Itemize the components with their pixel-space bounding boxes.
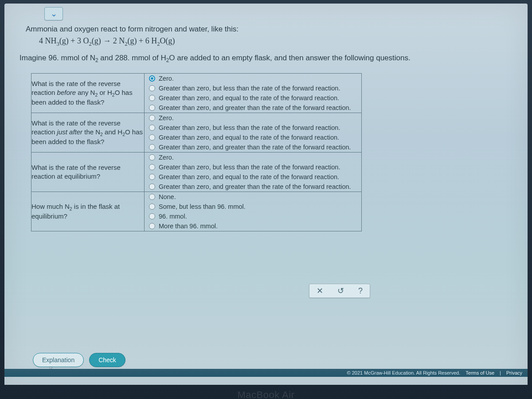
answers-cell: Zero.Greater than zero, but less than th… — [145, 113, 362, 152]
back-button[interactable]: ⌄ — [44, 7, 63, 20]
radio-icon[interactable] — [149, 75, 155, 82]
radio-icon[interactable] — [149, 174, 155, 180]
option-label: Greater than zero, and greater than the … — [159, 144, 351, 151]
action-row: Explanation Check — [33, 353, 125, 367]
option-label: Greater than zero, but less than the rat… — [159, 164, 340, 171]
radio-icon[interactable] — [149, 95, 155, 101]
question-cell: What is the rate of the reverse reaction… — [31, 152, 145, 192]
option-label: Zero. — [159, 154, 174, 161]
radio-icon[interactable] — [149, 115, 155, 121]
option-row[interactable]: Greater than zero, and equal to the rate… — [145, 93, 361, 103]
option-row[interactable]: Some, but less than 96. mmol. — [145, 202, 361, 211]
radio-icon[interactable] — [149, 194, 155, 200]
radio-icon[interactable] — [149, 213, 155, 219]
terms-link[interactable]: Terms of Use — [466, 370, 494, 376]
help-icon[interactable]: ? — [358, 286, 363, 296]
quiz-screen: ⌄ Ammonia and oxygen react to form nitro… — [4, 4, 528, 385]
option-row[interactable]: Zero. — [145, 113, 361, 123]
content-area: ⌄ Ammonia and oxygen react to form nitro… — [4, 4, 528, 231]
radio-icon[interactable] — [149, 184, 155, 190]
option-row[interactable]: Greater than zero, and equal to the rate… — [145, 172, 361, 182]
radio-icon[interactable] — [149, 203, 155, 210]
chevron-down-icon: ⌄ — [51, 9, 57, 19]
option-label: None. — [159, 193, 176, 200]
radio-icon[interactable] — [149, 125, 155, 131]
footer-bar: © 2021 McGraw-Hill Education. All Rights… — [4, 369, 528, 377]
question-cell: What is the rate of the reverse reaction… — [31, 113, 145, 152]
close-icon[interactable]: ✕ — [317, 286, 323, 296]
option-row[interactable]: Greater than zero, and greater than the … — [145, 142, 361, 152]
option-label: 96. mmol. — [159, 213, 187, 220]
option-label: Greater than zero, and equal to the rate… — [159, 173, 339, 180]
option-row[interactable]: Zero. — [145, 153, 361, 162]
option-row[interactable]: More than 96. mmol. — [145, 221, 361, 231]
option-label: Greater than zero, and equal to the rate… — [159, 94, 339, 102]
radio-icon[interactable] — [149, 164, 155, 170]
reset-icon[interactable]: ↺ — [337, 286, 344, 296]
option-label: Greater than zero, but less than the rat… — [159, 124, 340, 131]
option-row[interactable]: Zero. — [145, 74, 361, 83]
option-label: Zero. — [159, 75, 174, 82]
option-row[interactable]: Greater than zero, but less than the rat… — [145, 83, 361, 93]
radio-icon[interactable] — [149, 144, 155, 150]
option-row[interactable]: Greater than zero, and greater than the … — [145, 103, 361, 113]
option-label: Greater than zero, and greater than the … — [159, 183, 351, 190]
option-row[interactable]: 96. mmol. — [145, 211, 361, 221]
option-label: Greater than zero, and greater than the … — [159, 104, 351, 111]
radio-icon[interactable] — [149, 223, 155, 229]
equation: 4 NH3(g) + 3 O2(g) → 2 N2(g) + 6 H2O(g) — [39, 36, 514, 47]
table-row: What is the rate of the reverse reaction… — [31, 152, 362, 192]
privacy-link[interactable]: Privacy — [506, 370, 522, 376]
option-label: More than 96. mmol. — [159, 223, 218, 230]
option-label: Greater than zero, and equal to the rate… — [159, 134, 339, 141]
option-row[interactable]: Greater than zero, but less than the rat… — [145, 162, 361, 172]
question-tbody: What is the rate of the reverse reaction… — [31, 73, 362, 231]
table-row: How much N2 is in the flask at equilibri… — [31, 192, 362, 231]
option-row[interactable]: Greater than zero, and equal to the rate… — [145, 133, 361, 142]
answers-cell: None.Some, but less than 96. mmol.96. mm… — [145, 192, 362, 231]
utility-bar: ✕ ↺ ? — [309, 284, 370, 298]
intro-text: Ammonia and oxygen react to form nitroge… — [26, 25, 514, 34]
device-label: MacBook Air — [0, 389, 532, 399]
answers-cell: Zero.Greater than zero, but less than th… — [145, 152, 362, 192]
option-row[interactable]: Greater than zero, but less than the rat… — [145, 123, 361, 133]
question-cell: How much N2 is in the flask at equilibri… — [31, 192, 145, 231]
radio-icon[interactable] — [149, 105, 155, 111]
radio-icon[interactable] — [149, 134, 155, 141]
radio-icon[interactable] — [149, 154, 155, 160]
setup-text: Imagine 96. mmol of N2 and 288. mmol of … — [20, 54, 514, 63]
table-row: What is the rate of the reverse reaction… — [31, 73, 362, 113]
explanation-button[interactable]: Explanation — [33, 353, 84, 367]
question-table: What is the rate of the reverse reaction… — [31, 73, 362, 231]
option-label: Zero. — [159, 114, 174, 121]
option-row[interactable]: None. — [145, 192, 361, 202]
question-cell: What is the rate of the reverse reaction… — [31, 73, 145, 113]
option-label: Greater than zero, but less than the rat… — [159, 85, 340, 92]
copyright-text: © 2021 McGraw-Hill Education. All Rights… — [347, 370, 461, 376]
answers-cell: Zero.Greater than zero, but less than th… — [145, 73, 362, 113]
option-label: Some, but less than 96. mmol. — [159, 203, 246, 210]
check-button[interactable]: Check — [89, 353, 125, 367]
option-row[interactable]: Greater than zero, and greater than the … — [145, 182, 361, 192]
table-row: What is the rate of the reverse reaction… — [31, 113, 362, 152]
radio-icon[interactable] — [149, 85, 155, 91]
